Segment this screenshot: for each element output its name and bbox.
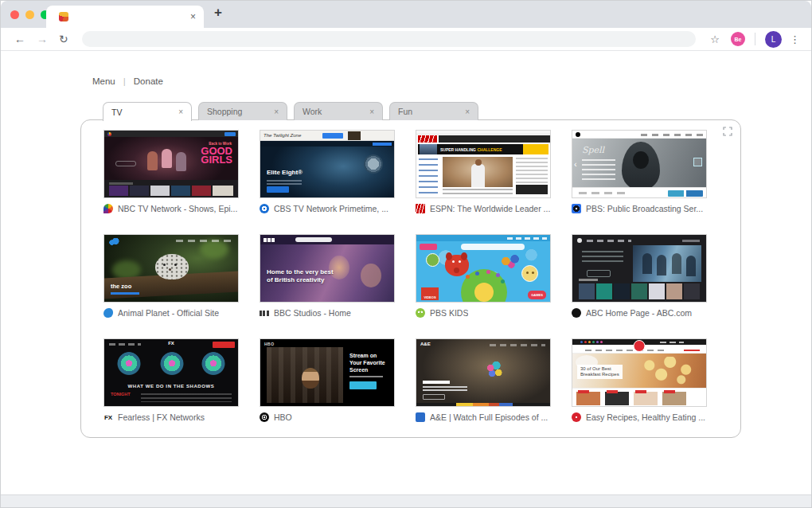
tab-card-bbc[interactable]: Home to the very best of British creativ… [260,234,395,318]
tab-card-caption: HBO [260,412,395,423]
forward-icon[interactable]: → [37,33,48,45]
site-navbar [176,240,233,242]
tab-group-panel: Back to Work GOOD GIRLS NBC TV Network -… [80,119,741,438]
thumbnail-hbo[interactable]: HBO Stream on Your Favorite Screen [260,338,395,407]
hero-photo [267,347,343,403]
tab-card-title: A&E | Watch Full Episodes of ... [430,412,548,422]
thumbnail-animal-planet[interactable]: the zoo [103,234,239,303]
tab-card-nbc[interactable]: Back to Work GOOD GIRLS NBC TV Network -… [103,130,239,214]
thumbnail-carousel [579,283,700,299]
expand-icon[interactable] [723,127,732,136]
right-ad-box [516,185,548,194]
browser-tab-close-icon[interactable]: × [190,12,196,21]
page-bottom-strip [1,494,811,508]
pink-button [420,244,437,250]
site-navbar [104,131,238,137]
character-cluster [499,254,521,268]
donate-link[interactable]: Donate [134,76,163,86]
window-close-button[interactable] [10,10,19,19]
animal-planet-elephant-icon [108,238,120,245]
tab-card-caption: ESPN: The Worldwide Leader ... [416,203,551,214]
hero-title: the zoo [111,283,131,290]
tab-card-caption: PBS KIDS [416,307,551,318]
tab-card-pbs[interactable]: Spell ‹ PBS: Public Broadcasting Ser... [572,130,707,214]
article-photo [443,157,513,187]
thumbnail-cbs[interactable]: The Twilight Zone Elite Eight® [260,130,395,198]
back-icon[interactable]: ← [14,33,25,45]
tab-card-title: CBS TV Network Primetime, ... [274,204,388,213]
browser-tab[interactable]: × [46,6,204,28]
top-banner: The Twilight Zone [260,131,394,141]
thumbnail-food-network[interactable]: 30 of Our Best Breakfast Recipes [572,338,707,407]
group-tab-close-icon[interactable]: × [178,107,183,116]
tab-card-title: Animal Planet - Official Site [118,308,219,318]
thumbnail-abc[interactable] [572,234,707,303]
thumbnail-pbs[interactable]: Spell ‹ [572,130,707,198]
tab-card-title: Easy Recipes, Healthy Eating ... [586,412,705,422]
tab-card-caption: FX Fearless | FX Networks [103,412,239,423]
hero-title: GOOD GIRLS [201,147,232,164]
tab-card-title: NBC TV Network - Shows, Epi... [118,204,237,213]
site-navbar [260,141,394,147]
reload-icon[interactable]: ↻ [59,33,68,45]
profile-avatar[interactable]: L [765,31,782,48]
climber-figure [485,361,504,377]
player-head [475,159,482,166]
thumbnail-nbc[interactable]: Back to Work GOOD GIRLS [103,130,239,198]
video-thumb-box [693,158,702,166]
tab-card-fx[interactable]: FX WHAT WE DO IN THE SHADOWS TONIGHT FX … [103,338,239,423]
cyan-cta-button [349,381,377,389]
hbo-favicon-icon [260,412,269,422]
tab-card-hbo[interactable]: HBO Stream on Your Favorite Screen HBO [260,338,395,423]
tab-card-pbs-kids[interactable]: VIDEOS GAMES PBS KIDS [416,234,551,318]
footer-bar [572,187,706,197]
top-strip [416,131,550,135]
header-links-divider: | [123,76,126,86]
tab-card-espn[interactable]: SUPER HANDLING CHALLENGE ESPN: The World… [416,130,551,214]
march-madness-badge [364,154,383,174]
tab-card-ae[interactable]: A&E A&E | Watch Full Episodes of ... [416,338,551,423]
thumbnail-pbs-kids[interactable]: VIDEOS GAMES [416,234,551,303]
group-tab-work[interactable]: Work × [294,102,383,120]
hero-title: Home to the very best of British creativ… [267,268,334,284]
tab-card-animal-planet[interactable]: the zoo Animal Planet - Official Site [103,234,239,318]
thumbnail-bbc[interactable]: Home to the very best of British creativ… [260,234,395,303]
hero-button [587,270,611,277]
browser-menu-icon[interactable]: ⋮ [790,33,800,45]
thumbnail-espn[interactable]: SUPER HANDLING CHALLENGE [416,130,551,198]
new-tab-button[interactable]: + [214,5,222,21]
group-tab-close-icon[interactable]: × [369,107,374,116]
group-tab-shopping[interactable]: Shopping × [198,102,287,120]
tab-card-food-network[interactable]: 30 of Our Best Breakfast Recipes Easy Re… [572,338,707,423]
hero-text-lines [582,251,623,265]
tab-card-cbs[interactable]: The Twilight Zone Elite Eight® CBS TV Ne… [260,130,395,214]
thumbnail-ae[interactable]: A&E [416,338,551,407]
tab-card-caption: A&E | Watch Full Episodes of ... [416,412,551,423]
banner-yellow-block [523,144,548,154]
group-tab-close-icon[interactable]: × [465,107,470,116]
show-title: WHAT WE DO IN THE SHADOWS [104,384,238,389]
extension-badge[interactable]: Be [731,32,745,46]
thumbnail-carousel [104,180,238,197]
group-tab-fun[interactable]: Fun × [389,102,478,120]
tab-group-strip: TV × Shopping × Work × Fun × [103,102,485,121]
search-link [682,240,700,242]
tab-card-abc[interactable]: ABC Home Page - ABC.com [572,234,707,318]
hero-image: Spell ‹ [572,139,706,187]
videos-button: VIDEOS [421,287,439,300]
abc-favicon-icon [572,308,581,318]
thumbnail-fx[interactable]: FX WHAT WE DO IN THE SHADOWS TONIGHT [103,338,239,407]
site-navbar [260,235,394,244]
abc-circle-icon [577,238,582,243]
window-minimize-button[interactable] [25,10,34,19]
site-navbar [587,240,631,242]
group-tab-close-icon[interactable]: × [274,107,279,116]
tab-card-title: Fearless | FX Networks [118,412,205,422]
bookmark-star-icon[interactable]: ☆ [710,33,720,45]
character-badge [426,253,439,267]
address-bar[interactable] [82,31,697,47]
group-tab-tv[interactable]: TV × [103,102,192,121]
hbo-logo: HBO [264,342,275,346]
nbc-peacock-favicon-icon [103,204,113,213]
menu-link[interactable]: Menu [92,76,115,86]
